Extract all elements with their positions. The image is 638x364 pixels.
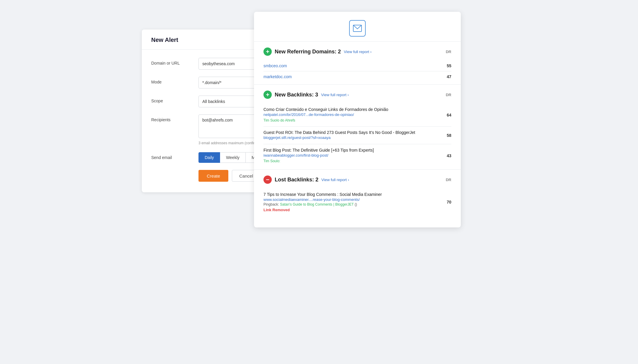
email-icon	[349, 20, 366, 37]
domain-item: marketdoc.com 47	[263, 71, 451, 82]
backlink-url-1[interactable]: bloggerjet.stfi.re/guest-post/?sf=xoaaya	[263, 135, 440, 140]
pingback-link-0[interactable]: Satan's Guide to Blog Comments | Blogger…	[280, 202, 354, 206]
plus-icon-backlinks: +	[263, 91, 272, 99]
new-referring-domains-section: + New Referring Domains: 2 View full rep…	[254, 42, 461, 84]
send-email-label: Send email	[151, 152, 198, 160]
lost-backlink-item-0: 7 Tips to Increase Your Blog Comments : …	[263, 188, 451, 216]
backlink-title-0: Como Criar Conteúdo e Conseguir Links de…	[263, 107, 440, 112]
referring-domains-title: New Referring Domains: 2	[275, 49, 341, 55]
backlink-item-2: First Blog Post: The Definitive Guide [+…	[263, 144, 451, 167]
backlink-url-2[interactable]: iwannabeablogger.com/first-blog-post/	[263, 153, 440, 158]
backlink-title-2: First Blog Post: The Definitive Guide [+…	[263, 148, 440, 153]
new-backlinks-view-link[interactable]: View full report ›	[321, 93, 349, 97]
backlink-source-0: Tim Suolo do Ahrefs	[263, 118, 295, 122]
new-backlinks-section: + New Backlinks: 3 View full report › DR…	[254, 85, 461, 169]
lost-backlink-dr-0: 70	[440, 200, 451, 204]
minus-icon-lost: −	[263, 176, 272, 184]
frequency-daily-button[interactable]: Daily	[198, 152, 220, 163]
referring-domains-view-link[interactable]: View full report ›	[344, 50, 372, 54]
new-backlinks-header: + New Backlinks: 3 View full report › DR	[263, 91, 451, 99]
referring-domains-header: + New Referring Domains: 2 View full rep…	[263, 47, 451, 56]
recipients-label: Recipients	[151, 114, 198, 122]
backlink-dr-0: 64	[440, 113, 451, 117]
lost-badge-0: Link Removed	[263, 208, 440, 212]
domain-dr-1: 47	[447, 74, 451, 79]
referring-domains-dr-header: DR	[446, 50, 451, 54]
domain-item: smbceo.com 55	[263, 60, 451, 71]
backlink-url-0[interactable]: neilpatel.com/br/2016/07...de-formadores…	[263, 112, 440, 117]
backlink-dr-1: 58	[440, 133, 451, 138]
backlink-source-2: Tim Soulo:	[263, 159, 280, 163]
backlink-title-1: Guest Post ROI: The Data Behind 273 Gues…	[263, 130, 440, 135]
backlink-dr-2: 43	[440, 153, 451, 158]
new-backlinks-title: New Backlinks: 3	[275, 92, 318, 98]
create-button[interactable]: Create	[198, 170, 228, 182]
lost-backlinks-view-link[interactable]: View full report ›	[321, 178, 349, 182]
domain-url-0[interactable]: smbceo.com	[263, 63, 447, 68]
lost-backlink-url-0[interactable]: www.socialmediaexaminer....rease-your-bl…	[263, 197, 440, 202]
domain-url-1[interactable]: marketdoc.com	[263, 74, 447, 79]
plus-icon-referring: +	[263, 47, 272, 56]
email-icon-wrap	[254, 12, 461, 41]
email-preview-card: + New Referring Domains: 2 View full rep…	[254, 12, 461, 227]
lost-backlink-title-0: 7 Tips to Increase Your Blog Comments : …	[263, 192, 440, 197]
lost-backlinks-title: Lost Backlinks: 2	[275, 177, 318, 183]
mode-label: Mode	[151, 77, 198, 84]
frequency-weekly-button[interactable]: Weekly	[220, 152, 246, 163]
backlink-item-0: Como Criar Conteúdo e Conseguir Links de…	[263, 104, 451, 127]
backlink-info-2: First Blog Post: The Definitive Guide [+…	[263, 148, 440, 163]
domain-dr-0: 55	[447, 63, 451, 68]
lost-backlinks-dr-header: DR	[446, 178, 451, 182]
backlink-info-1: Guest Post ROI: The Data Behind 273 Gues…	[263, 130, 440, 140]
backlink-info-0: Como Criar Conteúdo e Conseguir Links de…	[263, 107, 440, 123]
lost-backlink-info-0: 7 Tips to Increase Your Blog Comments : …	[263, 192, 440, 212]
lost-backlinks-header: − Lost Backlinks: 2 View full report › D…	[263, 176, 451, 184]
scope-label: Scope	[151, 96, 198, 103]
lost-backlinks-section: − Lost Backlinks: 2 View full report › D…	[254, 170, 461, 218]
domain-label: Domain or URL	[151, 58, 198, 65]
backlink-item-1: Guest Post ROI: The Data Behind 273 Gues…	[263, 127, 451, 144]
new-backlinks-dr-header: DR	[446, 93, 451, 97]
lost-backlink-pingback-0: Pingback: Satan's Guide to Blog Comments…	[263, 202, 440, 206]
